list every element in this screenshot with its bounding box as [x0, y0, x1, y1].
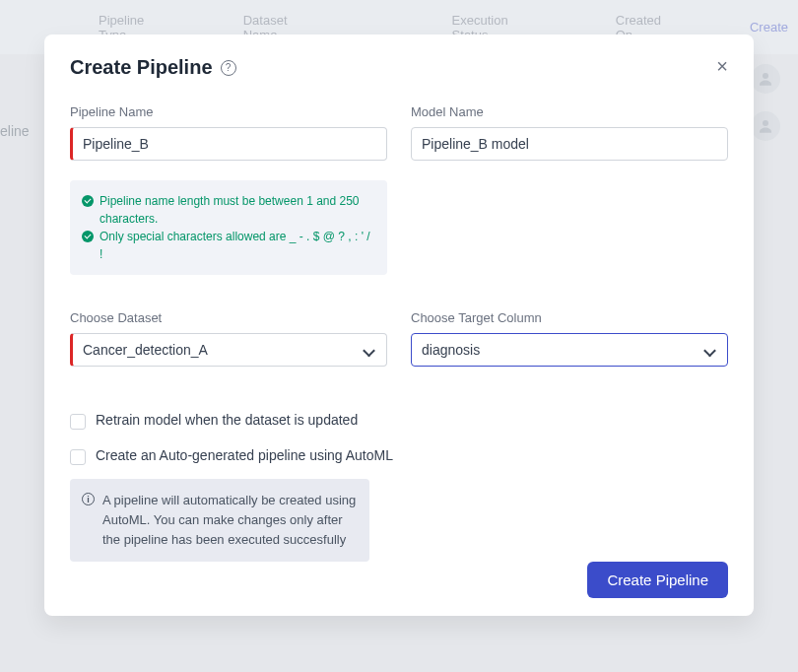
chevron-down-icon: [705, 347, 715, 357]
modal-header: Create Pipeline ? ×: [70, 56, 728, 79]
model-name-field: Model Name Pipeline_B model: [411, 104, 728, 161]
automl-label: Create an Auto-generated pipeline using …: [96, 447, 393, 463]
automl-checkbox-row: Create an Auto-generated pipeline using …: [70, 447, 728, 465]
spacer: [411, 176, 728, 275]
dataset-select[interactable]: Cancer_detection_A: [70, 333, 387, 367]
check-icon: [82, 231, 94, 242]
retrain-label: Retrain model when the dataset is update…: [96, 412, 358, 428]
target-column-select[interactable]: diagnosis: [411, 333, 728, 367]
validation-msg: Only special characters allowed are _ - …: [100, 228, 375, 263]
validation-msg: Pipeline name length must be between 1 a…: [100, 192, 375, 228]
pipeline-name-input[interactable]: Pipeline_B: [70, 127, 387, 161]
retrain-checkbox-row: Retrain model when the dataset is update…: [70, 412, 728, 430]
dataset-field: Choose Dataset Cancer_detection_A: [70, 310, 387, 367]
automl-info-box: i A pipeline will automatically be creat…: [70, 479, 369, 562]
pipeline-name-value: Pipeline_B: [83, 136, 149, 152]
check-icon: [82, 195, 94, 207]
help-icon[interactable]: ?: [221, 60, 236, 76]
form-grid: Pipeline Name Pipeline_B Model Name Pipe…: [70, 104, 728, 367]
checkboxes-area: Retrain model when the dataset is update…: [70, 394, 728, 562]
validation-box: Pipeline name length must be between 1 a…: [70, 180, 387, 275]
modal-title: Create Pipeline: [70, 56, 213, 79]
target-column-value: diagnosis: [422, 342, 480, 358]
modal-footer: Create Pipeline: [70, 562, 728, 598]
create-pipeline-modal: Create Pipeline ? × Pipeline Name Pipeli…: [44, 34, 754, 616]
validation-item: Only special characters allowed are _ - …: [82, 228, 375, 263]
close-icon[interactable]: ×: [716, 56, 728, 76]
chevron-down-icon: [365, 347, 374, 357]
model-name-value: Pipeline_B model: [422, 136, 529, 152]
automl-checkbox[interactable]: [70, 449, 86, 465]
modal-title-wrap: Create Pipeline ?: [70, 56, 236, 79]
retrain-checkbox[interactable]: [70, 414, 86, 430]
target-column-label: Choose Target Column: [411, 310, 728, 325]
target-column-field: Choose Target Column diagnosis: [411, 310, 728, 367]
pipeline-name-label: Pipeline Name: [70, 104, 387, 119]
info-text: A pipeline will automatically be created…: [102, 491, 358, 550]
model-name-input[interactable]: Pipeline_B model: [411, 127, 728, 161]
model-name-label: Model Name: [411, 104, 728, 119]
pipeline-name-field: Pipeline Name Pipeline_B: [70, 104, 387, 161]
info-icon: i: [82, 493, 95, 505]
dataset-value: Cancer_detection_A: [83, 342, 208, 358]
create-pipeline-button[interactable]: Create Pipeline: [587, 562, 728, 598]
dataset-label: Choose Dataset: [70, 310, 387, 325]
validation-item: Pipeline name length must be between 1 a…: [82, 192, 375, 228]
